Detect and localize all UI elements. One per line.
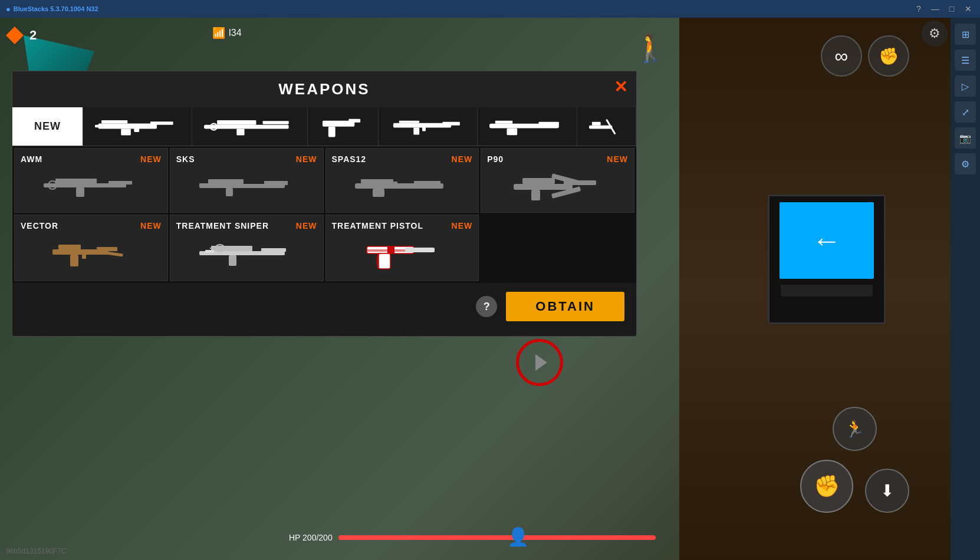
treatment-sniper-icon — [199, 235, 294, 274]
svg-rect-51 — [97, 247, 117, 251]
game-computer: ← — [768, 195, 886, 324]
punch-btn-top[interactable]: ✊ — [868, 35, 909, 77]
svg-rect-29 — [76, 187, 84, 197]
svg-rect-12 — [328, 127, 335, 137]
punch-icon-top: ✊ — [879, 47, 899, 66]
weapon-img-treatment-sniper — [176, 233, 317, 275]
bs-minimize-btn[interactable]: — — [929, 4, 941, 14]
svg-rect-52 — [70, 255, 78, 266]
sidebar-btn-4[interactable]: ⤢ — [955, 101, 976, 123]
p90-icon — [511, 167, 605, 206]
obtain-btn[interactable]: OBTAIN — [506, 292, 624, 321]
svg-rect-0 — [98, 123, 157, 129]
weapon-tabs: NEW — [12, 107, 636, 146]
tab-extra-icon — [589, 114, 624, 140]
tab-ar-icon — [95, 114, 180, 140]
bluestacks-bar: ● BlueStacks 5.3.70.1004 N32 ? — □ ✕ — [0, 0, 980, 18]
tab-smg-icon — [390, 114, 466, 140]
sidebar-btn-1[interactable]: ⊞ — [955, 24, 976, 45]
weapon-cell-vector[interactable]: VECTOR NEW — [14, 215, 168, 281]
tab-smg[interactable] — [379, 107, 478, 146]
svg-rect-42 — [393, 182, 397, 186]
svg-rect-56 — [211, 246, 252, 251]
svg-rect-20 — [495, 120, 512, 123]
svg-rect-67 — [405, 248, 435, 252]
tab-ar[interactable] — [83, 107, 192, 146]
sidebar-btn-2[interactable]: ☰ — [955, 50, 976, 71]
svg-rect-1 — [101, 120, 127, 124]
weapon-cell-treatment-pistol[interactable]: TREATMENT PISTOL NEW — [325, 215, 479, 281]
bs-close-btn[interactable]: ✕ — [962, 4, 974, 14]
tab-new[interactable]: NEW — [12, 107, 83, 146]
svg-rect-23 — [589, 125, 612, 129]
weapon-img-treatment-pistol — [332, 233, 473, 275]
infinity-icon: ∞ — [835, 45, 849, 67]
tab-shotgun[interactable] — [478, 107, 577, 146]
dialog-bottom: ? OBTAIN — [12, 283, 636, 324]
infinity-btn[interactable]: ∞ — [821, 35, 862, 77]
exit-door-icon: 🚶 — [634, 33, 667, 63]
svg-rect-54 — [100, 251, 123, 257]
svg-rect-2 — [150, 121, 173, 125]
svg-rect-43 — [514, 184, 573, 190]
settings-gear-btn[interactable]: ⚙ — [922, 21, 948, 47]
computer-screen: ← — [780, 202, 874, 279]
weapon-badge-awm: NEW — [140, 154, 162, 164]
svg-rect-35 — [226, 188, 233, 196]
bottom-controls: 🏃 ✊ ⬇ — [800, 407, 909, 513]
bs-maximize-btn[interactable]: □ — [946, 4, 958, 14]
hp-bar-background — [338, 535, 656, 540]
weapon-cell-sks[interactable]: SKS NEW — [170, 148, 324, 213]
character-icon: 👤 — [507, 527, 529, 546]
svg-rect-50 — [58, 245, 81, 249]
svg-rect-22 — [507, 128, 518, 135]
weapon-img-sks — [176, 167, 317, 206]
svg-rect-9 — [236, 129, 244, 135]
vector-icon — [50, 235, 132, 274]
tab-pistol[interactable] — [308, 107, 379, 146]
weapon-img-spas12 — [332, 167, 473, 206]
exit-icon[interactable]: 🚶 — [634, 32, 667, 64]
dialog-close-btn[interactable]: ✕ — [614, 77, 627, 97]
crouch-action-btn[interactable]: ⬇ — [865, 469, 909, 513]
svg-rect-16 — [442, 121, 459, 125]
svg-rect-24 — [592, 121, 601, 125]
sidebar-btn-6[interactable]: ⚙ — [955, 153, 976, 174]
svg-rect-41 — [373, 189, 384, 197]
weapon-cell-spas12[interactable]: SPAS12 NEW — [325, 148, 479, 213]
svg-rect-27 — [55, 179, 97, 183]
crouch-icon: ⬇ — [880, 481, 894, 500]
svg-rect-13 — [348, 119, 360, 123]
weapon-badge-p90: NEW — [607, 154, 628, 164]
svg-rect-57 — [261, 248, 286, 252]
hp-label: HP 200/200 — [289, 533, 333, 542]
weapon-cell-treatment-sniper[interactable]: TREATMENT SNIPER NEW — [170, 215, 324, 281]
bs-window-controls: ? — □ ✕ — [913, 4, 974, 14]
tab-sr[interactable] — [192, 107, 308, 146]
awm-icon — [44, 170, 138, 203]
svg-rect-5 — [95, 124, 101, 127]
svg-rect-40 — [414, 181, 440, 185]
sidebar-btn-5[interactable]: 📷 — [955, 127, 976, 149]
weapon-cell-p90[interactable]: P90 NEW — [481, 148, 634, 213]
svg-rect-46 — [531, 190, 540, 200]
svg-rect-4 — [134, 127, 139, 132]
bs-help-btn[interactable]: ? — [913, 4, 925, 14]
svg-rect-37 — [199, 183, 211, 186]
help-btn[interactable]: ? — [476, 296, 497, 317]
run-action-btn[interactable]: 🏃 — [833, 407, 877, 451]
session-id: 96b5d1315190F7C — [6, 547, 67, 555]
weapon-cell-awm[interactable]: AWM NEW — [14, 148, 168, 213]
punch-btn-bottom[interactable]: ✊ — [800, 460, 853, 513]
sidebar-btn-3[interactable]: ▷ — [955, 75, 976, 97]
spas12-icon — [355, 170, 449, 203]
hp-bar-fill — [338, 535, 656, 540]
hp-bar-area: HP 200/200 — [289, 533, 656, 542]
svg-rect-44 — [522, 178, 555, 184]
tab-sr-icon — [204, 114, 295, 140]
weapon-badge-vector: NEW — [140, 221, 162, 230]
weapon-badge-treatment-pistol: NEW — [452, 221, 473, 230]
svg-rect-31 — [47, 185, 55, 186]
weapon-img-p90 — [487, 167, 628, 206]
tab-extra[interactable] — [577, 107, 636, 146]
